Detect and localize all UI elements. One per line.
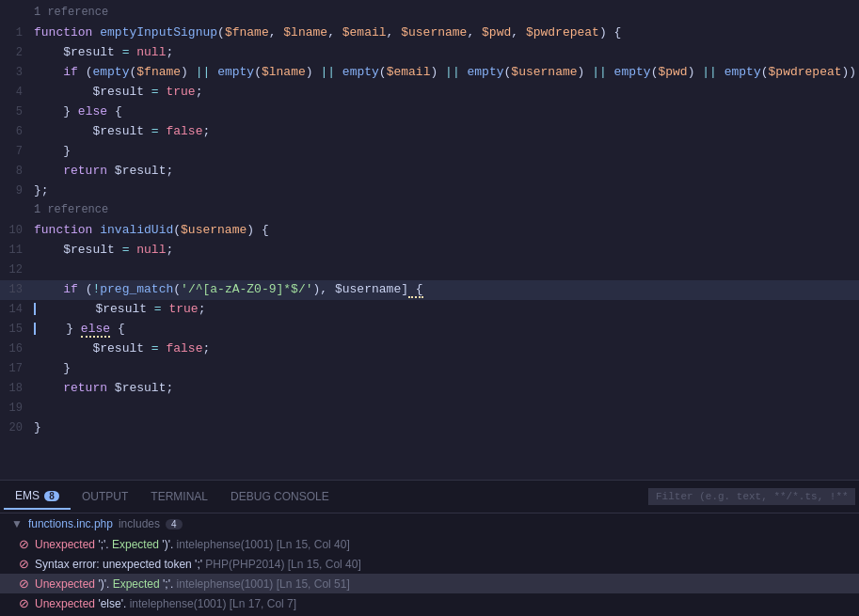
code-line-4: 4 $result = true; <box>0 83 859 103</box>
tab-terminal-label: TERMINAL <box>151 490 208 503</box>
code-line-13: 13 if (!preg_match('/^[a-zA-Z0-9]*$/'), … <box>0 280 859 300</box>
error-icon-2: ⊘ <box>19 557 29 571</box>
problem-item-1[interactable]: ⊘ Unexpected ';'. Expected ')'. inteleph… <box>0 534 859 554</box>
tab-output-label: OUTPUT <box>82 490 128 503</box>
code-line-12: 12 <box>0 261 859 280</box>
problems-panel: ▼ functions.inc.php includes 4 ⊘ Unexpec… <box>0 513 859 616</box>
tab-output[interactable]: OUTPUT <box>71 484 139 509</box>
tab-debug-label: DEBUG CONSOLE <box>231 490 329 503</box>
code-line-1: 1 function emptyInputSignup($fname, $lna… <box>0 24 859 43</box>
filter-input[interactable] <box>648 488 855 505</box>
code-line-5: 5 } else { <box>0 103 859 122</box>
code-line-14: 14 $result = true; <box>0 300 859 320</box>
code-line-ref2: 1 reference <box>0 201 859 221</box>
code-line-7: 7 } <box>0 142 859 162</box>
error-icon-3: ⊘ <box>19 577 29 591</box>
problem-text-4: Unexpected 'else'. intelephense(1001) [L… <box>35 597 296 610</box>
problem-text-1: Unexpected ';'. Expected ')'. intelephen… <box>35 538 350 551</box>
code-line-19: 19 <box>0 399 859 419</box>
file-expand-icon: ▼ <box>11 517 23 530</box>
bottom-panel: EMS 8 OUTPUT TERMINAL DEBUG CONSOLE ▼ fu… <box>0 480 859 616</box>
code-line-6: 6 $result = false; <box>0 122 859 142</box>
code-line-ref1: 1 reference <box>0 4 859 24</box>
code-line-9: 9 }; <box>0 182 859 201</box>
problem-text-2: Syntax error: unexpected token ';' PHP(P… <box>35 558 361 571</box>
problem-item-2[interactable]: ⊘ Syntax error: unexpected token ';' PHP… <box>0 554 859 574</box>
tab-problems-label: EMS <box>15 489 40 502</box>
problem-text-3: Unexpected ')'. Expected ';'. intelephen… <box>35 577 350 591</box>
problem-item-3[interactable]: ⊘ Unexpected ')'. Expected ';'. inteleph… <box>0 574 859 593</box>
error-icon-4: ⊘ <box>19 596 29 610</box>
problems-badge: 8 <box>44 491 59 501</box>
code-line-15: 15 } else { <box>0 320 859 340</box>
code-line-17: 17 } <box>0 359 859 379</box>
includes-label: includes <box>119 517 160 530</box>
code-line-8: 8 return $result; <box>0 162 859 182</box>
code-line-3: 3 if (empty($fname) || empty($lname) || … <box>0 63 859 83</box>
tab-terminal[interactable]: TERMINAL <box>139 484 219 509</box>
code-line-2: 2 $result = null; <box>0 43 859 63</box>
code-line-10: 10 function invalidUid($username) { <box>0 221 859 241</box>
error-icon-1: ⊘ <box>19 537 29 551</box>
tab-debug-console[interactable]: DEBUG CONSOLE <box>219 484 341 509</box>
code-container: 1 reference 1 function emptyInputSignup(… <box>0 0 859 442</box>
problem-item-4[interactable]: ⊘ Unexpected 'else'. intelephense(1001) … <box>0 593 859 613</box>
code-line-11: 11 $result = null; <box>0 241 859 261</box>
code-line-18: 18 return $result; <box>0 379 859 399</box>
includes-count-badge: 4 <box>166 519 183 529</box>
code-line-20: 20 } <box>0 419 859 438</box>
editor-container: 1 reference 1 function emptyInputSignup(… <box>0 0 859 480</box>
tab-problems[interactable]: EMS 8 <box>4 483 71 510</box>
code-line-16: 16 $result = false; <box>0 340 859 359</box>
file-name: functions.inc.php <box>28 517 113 530</box>
file-header: ▼ functions.inc.php includes 4 <box>0 513 859 534</box>
panel-tabs: EMS 8 OUTPUT TERMINAL DEBUG CONSOLE <box>0 481 859 513</box>
